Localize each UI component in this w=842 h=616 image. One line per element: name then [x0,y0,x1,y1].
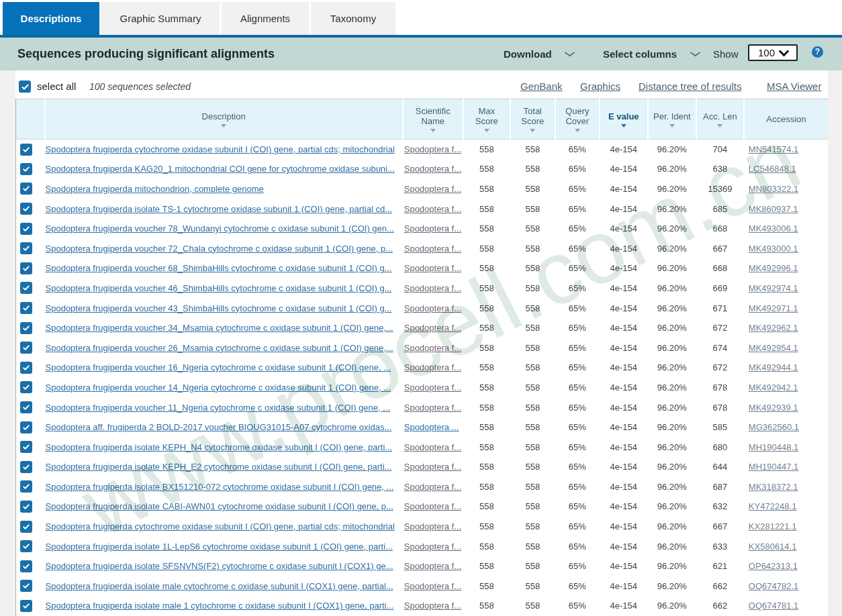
description-link[interactable]: Spodoptera frugiperda isolate BX151210-0… [45,482,403,492]
link-msa-viewer[interactable]: MSA Viewer [767,76,821,97]
scientific-name-link[interactable]: Spodoptera f... [403,581,463,591]
description-link[interactable]: Spodoptera frugiperda voucher 46_ShimbaH… [45,283,403,293]
description-link[interactable]: Spodoptera aff. frugiperda 2 BOLD-2017 v… [45,422,403,432]
row-checkbox[interactable] [20,262,32,274]
scientific-name-link[interactable]: Spodoptera f... [403,283,463,293]
row-checkbox[interactable] [20,401,32,413]
column-header-description[interactable]: Description [45,99,403,140]
scientific-name-link[interactable]: Spodoptera f... [403,303,463,313]
accession-link[interactable]: MK318372.1 [744,482,798,492]
scientific-name-link[interactable]: Spodoptera f... [403,482,463,492]
download-button[interactable]: Download [504,38,552,70]
description-link[interactable]: Spodoptera frugiperda cytochrome oxidase… [45,144,403,154]
accession-link[interactable]: MK493000.1 [744,244,798,254]
scientific-name-link[interactable]: Spodoptera f... [403,601,463,611]
select-columns-button[interactable]: Select columns [603,38,677,70]
scientific-name-link[interactable]: Spodoptera f... [403,521,463,531]
column-header-acc-len[interactable]: Acc. Len [696,99,744,140]
row-checkbox[interactable] [20,580,32,592]
accession-link[interactable]: MK492996.1 [744,263,798,273]
scientific-name-link[interactable]: Spodoptera f... [403,362,463,372]
accession-link[interactable]: MK492954.1 [744,343,798,353]
scientific-name-link[interactable]: Spodoptera f... [403,561,463,571]
description-link[interactable]: Spodoptera frugiperda isolate male cytoc… [45,581,403,591]
accession-link[interactable]: MK492944.1 [744,362,798,372]
accession-link[interactable]: MK492974.1 [744,283,798,293]
accession-link[interactable]: MN803322.1 [744,184,798,194]
scientific-name-link[interactable]: Spodoptera f... [403,343,463,353]
scientific-name-link[interactable]: Spodoptera f... [403,223,463,234]
scientific-name-link[interactable]: Spodoptera f... [403,403,463,413]
accession-link[interactable]: KX580614.1 [744,542,797,552]
row-checkbox[interactable] [20,600,32,612]
column-header-query-cover[interactable]: Query Cover [555,99,600,140]
column-header-per-ident[interactable]: Per. Ident [648,99,696,140]
accession-link[interactable]: MK492942.1 [744,382,798,393]
scientific-name-link[interactable]: Spodoptera ... [403,422,463,432]
accession-link[interactable]: OP642313.1 [744,561,798,571]
row-checkbox[interactable] [20,144,32,156]
description-link[interactable]: Spodoptera frugiperda voucher 11_Ngeria … [45,403,403,413]
description-link[interactable]: Spodoptera frugiperda isolate male 1 cyt… [45,601,403,611]
tab-graphic-summary[interactable]: Graphic Summary [101,2,220,35]
link-graphics[interactable]: Graphics [580,76,620,97]
column-header-max-score[interactable]: Max Score [463,99,510,140]
row-checkbox[interactable] [20,461,32,473]
description-link[interactable]: Spodoptera frugiperda voucher 72_Chala c… [45,244,403,254]
row-checkbox[interactable] [20,322,32,334]
row-checkbox[interactable] [20,342,32,354]
row-checkbox[interactable] [20,560,32,572]
description-link[interactable]: Spodoptera frugiperda cytochrome oxidase… [45,521,403,531]
description-link[interactable]: Spodoptera frugiperda voucher 68_ShimbaH… [45,263,403,273]
scientific-name-link[interactable]: Spodoptera f... [403,542,463,552]
description-link[interactable]: Spodoptera frugiperda isolate SFSNVNS(F2… [45,561,403,571]
scientific-name-link[interactable]: Spodoptera f... [403,442,463,452]
accession-link[interactable]: MK492939.1 [744,403,798,413]
link-distance-tree[interactable]: Distance tree of results [639,76,741,97]
accession-link[interactable]: MH190447.1 [744,462,798,472]
select-all-checkbox[interactable] [19,81,31,93]
scientific-name-link[interactable]: Spodoptera f... [403,144,463,154]
row-checkbox[interactable] [20,521,32,533]
accession-link[interactable]: MN541574.1 [744,144,798,154]
scientific-name-link[interactable]: Spodoptera f... [403,204,463,214]
tab-alignments[interactable]: Alignments [222,2,309,35]
scientific-name-link[interactable]: Spodoptera f... [403,263,463,273]
description-link[interactable]: Spodoptera frugiperda isolate CABI-AWN01… [45,501,403,511]
column-header-total-score[interactable]: Total Score [510,99,555,140]
column-header-e-value[interactable]: E value [600,99,648,140]
description-link[interactable]: Spodoptera frugiperda voucher 34_Msamia … [45,323,403,333]
accession-link[interactable]: MK492971.1 [744,303,798,313]
column-header-scientific-name[interactable]: Scientific Name [403,99,463,140]
row-checkbox[interactable] [20,421,32,433]
description-link[interactable]: Spodoptera frugiperda voucher 16_Ngeria … [45,362,403,372]
row-checkbox[interactable] [20,282,32,294]
help-icon[interactable]: ? [812,46,823,58]
description-link[interactable]: Spodoptera frugiperda isolate KEPH_N4 cy… [45,442,403,452]
tab-taxonomy[interactable]: Taxonomy [311,2,395,35]
accession-link[interactable]: MK860937.1 [744,204,798,214]
scientific-name-link[interactable]: Spodoptera f... [403,244,463,254]
show-select[interactable]: 100 [748,44,798,61]
accession-link[interactable]: MG362560.1 [744,422,799,432]
row-checkbox[interactable] [20,242,32,254]
row-checkbox[interactable] [20,223,32,235]
row-checkbox[interactable] [20,163,32,175]
accession-link[interactable]: MK492962.1 [744,323,798,333]
accession-link[interactable]: KX281221.1 [744,521,797,531]
link-genbank[interactable]: GenBank [520,76,563,97]
description-link[interactable]: Spodoptera frugiperda voucher 26_Msamia … [45,343,403,353]
row-checkbox[interactable] [20,540,32,552]
accession-link[interactable]: MH190448.1 [744,442,798,452]
description-link[interactable]: Spodoptera frugiperda voucher 78_Wundany… [45,223,403,234]
description-link[interactable]: Spodoptera frugiperda isolate KEPH_E2 cy… [45,462,403,472]
scientific-name-link[interactable]: Spodoptera f... [403,382,463,393]
row-checkbox[interactable] [20,362,32,374]
accession-link[interactable]: LC546848.1 [744,164,796,174]
row-checkbox[interactable] [20,183,32,195]
description-link[interactable]: Spodoptera frugiperda isolate 1L-LepS6 c… [45,542,403,552]
accession-link[interactable]: OQ674782.1 [744,581,798,591]
description-link[interactable]: Spodoptera frugiperda isolate TS-1 cytoc… [45,204,403,214]
row-checkbox[interactable] [20,501,32,513]
scientific-name-link[interactable]: Spodoptera f... [403,164,463,174]
